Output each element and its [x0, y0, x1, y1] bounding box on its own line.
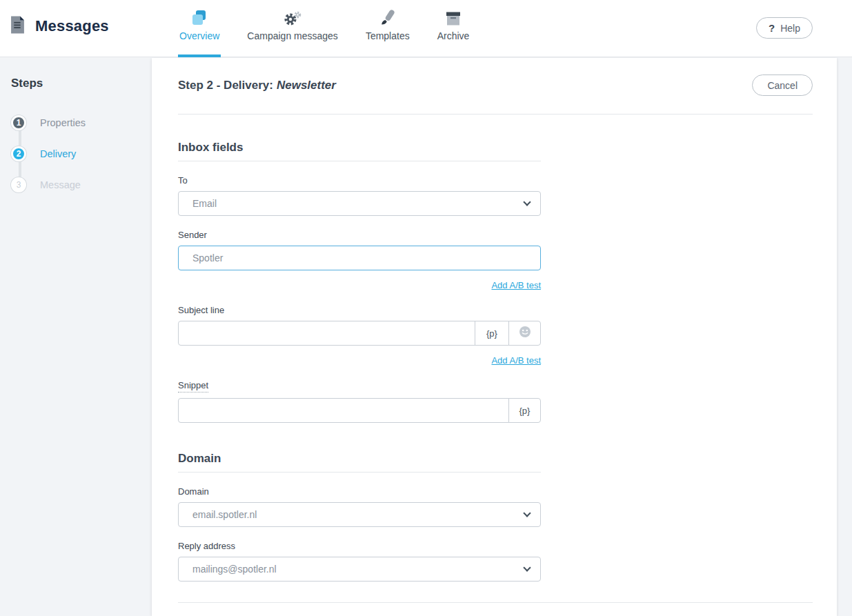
- main-content: Step 2 - Delivery:Newsletter Cancel Inbo…: [152, 58, 837, 616]
- tab-campaign-messages[interactable]: Campaign messages: [246, 0, 339, 57]
- snippet-input-group: {p}: [178, 398, 541, 423]
- help-button[interactable]: ? Help: [756, 17, 813, 39]
- step-message[interactable]: 3 Message: [0, 169, 152, 200]
- gears-icon: [283, 9, 302, 28]
- snippet-personalization-button[interactable]: {p}: [508, 398, 541, 423]
- tab-templates[interactable]: Templates: [364, 0, 411, 57]
- domain-label: Domain: [178, 486, 541, 497]
- to-select-value: Email: [192, 198, 217, 209]
- sender-input[interactable]: [178, 246, 541, 270]
- tab-templates-label: Templates: [366, 30, 410, 41]
- steps-sidebar: Steps 1 Properties 2 Delivery 3 Message: [0, 58, 152, 616]
- chevron-down-icon: [523, 564, 531, 571]
- inbox-fields-heading: Inbox fields: [178, 141, 541, 161]
- smiley-icon: [519, 326, 531, 341]
- step-delivery[interactable]: 2 Delivery: [0, 138, 152, 169]
- app-brand: Messages: [10, 15, 109, 37]
- reply-address-select-value: mailings@spotler.nl: [192, 564, 277, 575]
- messages-document-icon: [10, 15, 26, 37]
- step-2-badge: 2: [11, 146, 26, 161]
- question-mark-icon: ?: [769, 22, 775, 34]
- footer-divider: [178, 602, 813, 603]
- step-progress: 1 Properties 2 Delivery 3 Message: [0, 107, 152, 200]
- subject-input-group: {p}: [178, 321, 541, 346]
- personalization-icon: {p}: [519, 406, 531, 416]
- step-title: Step 2 - Delivery:Newsletter: [178, 79, 336, 92]
- step-1-badge: 1: [11, 115, 26, 130]
- tab-overview-label: Overview: [179, 30, 219, 41]
- overview-icon: [190, 9, 208, 28]
- steps-heading: Steps: [11, 77, 152, 90]
- personalization-icon: {p}: [486, 328, 497, 339]
- page-title: Messages: [35, 17, 109, 35]
- tab-overview[interactable]: Overview: [178, 0, 221, 57]
- to-select[interactable]: Email: [178, 191, 541, 216]
- cancel-button[interactable]: Cancel: [752, 74, 813, 96]
- snippet-input[interactable]: [178, 398, 509, 423]
- reply-address-label: Reply address: [178, 541, 541, 551]
- subject-add-ab-test-link[interactable]: Add A/B test: [491, 355, 541, 366]
- step-properties[interactable]: 1 Properties: [0, 107, 152, 138]
- step-title-name: Newsletter: [277, 79, 336, 92]
- step-3-label: Message: [40, 179, 81, 190]
- chevron-down-icon: [523, 509, 531, 517]
- to-label: To: [178, 175, 541, 186]
- domain-section-heading: Domain: [178, 452, 541, 473]
- chevron-down-icon: [523, 198, 531, 206]
- sender-add-ab-test-link[interactable]: Add A/B test: [491, 280, 541, 290]
- top-header: Messages Overview: [0, 0, 852, 57]
- step-2-label: Delivery: [40, 148, 76, 159]
- snippet-label: Snippet: [178, 380, 208, 393]
- subject-input[interactable]: [178, 321, 475, 346]
- title-divider: [178, 114, 813, 115]
- archive-box-icon: [444, 9, 462, 28]
- reply-address-select[interactable]: mailings@spotler.nl: [178, 557, 541, 582]
- main-nav: Overview Campaign messages: [178, 0, 470, 57]
- tab-archive[interactable]: Archive: [436, 0, 471, 57]
- sender-label: Sender: [178, 230, 541, 240]
- step-3-badge: 3: [11, 177, 26, 192]
- subject-personalization-button[interactable]: {p}: [475, 321, 509, 346]
- domain-select-value: email.spotler.nl: [192, 509, 257, 520]
- step-1-label: Properties: [40, 117, 86, 128]
- subject-line-label: Subject line: [178, 305, 541, 315]
- help-button-label: Help: [780, 23, 800, 34]
- paintbrush-icon: [379, 9, 397, 28]
- tab-campaign-messages-label: Campaign messages: [247, 30, 338, 41]
- tab-archive-label: Archive: [437, 30, 470, 41]
- subject-emoji-button[interactable]: [508, 321, 541, 346]
- step-title-prefix: Step 2 - Delivery:: [178, 79, 273, 92]
- domain-select[interactable]: email.spotler.nl: [178, 502, 541, 527]
